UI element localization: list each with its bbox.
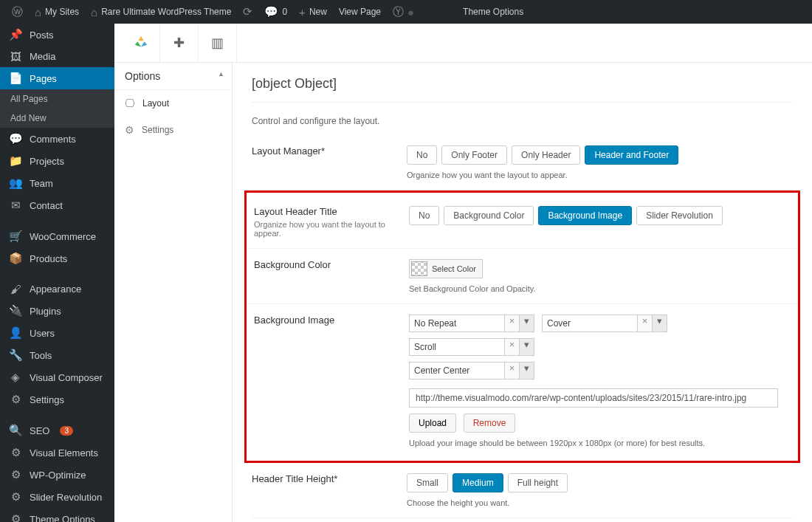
panel-subtitle: Control and configure the layout. xyxy=(252,116,793,126)
submenu-all_pages[interactable]: All Pages xyxy=(0,89,114,109)
menu-icon: 📁 xyxy=(9,154,22,168)
menu-label: Settings xyxy=(30,394,64,405)
select-color-button[interactable]: Select Color xyxy=(409,259,483,278)
menu-icon: 🔍 xyxy=(9,424,22,437)
tab-layout[interactable]: 🖵Layout xyxy=(114,90,232,117)
new-link[interactable]: +New xyxy=(293,0,333,24)
menu-label: WP-Optimize xyxy=(30,470,86,481)
bg-select-2[interactable]: Scroll xyxy=(409,338,505,356)
menu-label: Products xyxy=(30,253,67,264)
option-no[interactable]: No xyxy=(407,145,437,165)
bg-select-3[interactable]: Center Center xyxy=(409,362,505,380)
menu-label: Visual Composer xyxy=(30,372,103,383)
sidebar-item-plugins[interactable]: 🔌Plugins xyxy=(0,300,114,322)
menu-label: Slider Revolution xyxy=(30,492,102,503)
menu-label: Comments xyxy=(30,134,76,145)
menu-label: WooCommerce xyxy=(30,231,96,242)
sidebar-item-contact[interactable]: ✉Contact xyxy=(0,194,114,216)
sidebar-item-settings[interactable]: ⚙Settings xyxy=(0,388,114,411)
clear-icon[interactable]: × xyxy=(505,338,520,356)
option-small[interactable]: Small xyxy=(407,473,448,492)
comments-link[interactable]: 💬0 xyxy=(258,0,293,24)
bg-image-label: Background Image xyxy=(254,315,409,447)
sidebar-item-wp-optimize[interactable]: ⚙WP-Optimize xyxy=(0,464,114,486)
option-only-header[interactable]: Only Header xyxy=(512,145,580,165)
menu-icon: ⚙ xyxy=(9,490,22,504)
option-full-height[interactable]: Full height xyxy=(508,473,568,492)
menu-label: Visual Elements xyxy=(30,447,98,459)
layout-manager-label: Layout Manager* xyxy=(252,145,407,179)
menu-icon: 👥 xyxy=(9,176,22,190)
sidebar-item-visual-elements[interactable]: ⚙Visual Elements xyxy=(0,442,114,464)
bg-select-1[interactable]: Cover xyxy=(542,315,638,332)
menu-icon: 🖌 xyxy=(9,283,22,295)
options-header[interactable]: Options xyxy=(114,63,232,90)
wp-logo[interactable]: ⓦ xyxy=(6,0,29,24)
clear-icon[interactable]: × xyxy=(505,362,520,380)
vc-logo-icon[interactable] xyxy=(122,24,160,62)
clear-icon[interactable]: × xyxy=(505,315,520,332)
menu-icon: ◈ xyxy=(9,371,22,384)
sidebar-item-slider-revolution[interactable]: ⚙Slider Revolution xyxy=(0,486,114,508)
badge: 3 xyxy=(60,426,73,436)
chevron-down-icon[interactable]: ▾ xyxy=(520,315,534,332)
option-only-footer[interactable]: Only Footer xyxy=(441,145,507,165)
menu-label: Team xyxy=(30,178,53,189)
view-page[interactable]: View Page xyxy=(333,0,387,24)
menu-label: SEO xyxy=(30,425,49,436)
add-element-icon[interactable]: ✚ xyxy=(160,24,199,62)
theme-options-top[interactable]: Theme Options xyxy=(457,0,529,24)
template-icon[interactable]: ▥ xyxy=(199,24,237,62)
sidebar-item-tools[interactable]: 🔧Tools xyxy=(0,344,114,366)
refresh-icon[interactable]: ⟳ xyxy=(237,0,258,24)
sidebar-item-projects[interactable]: 📁Projects xyxy=(0,150,114,172)
my-sites[interactable]: ⌂My Sites xyxy=(29,0,85,24)
chevron-down-icon[interactable]: ▾ xyxy=(520,362,534,380)
sidebar-item-media[interactable]: 🖼Media xyxy=(0,46,114,67)
chevron-down-icon[interactable]: ▾ xyxy=(520,338,534,356)
menu-icon: 🔌 xyxy=(9,304,22,317)
sidebar-item-woocommerce[interactable]: 🛒WooCommerce xyxy=(0,225,114,247)
option-header-and-footer[interactable]: Header and Footer xyxy=(585,145,678,165)
remove-button[interactable]: Remove xyxy=(464,413,516,433)
tab-settings[interactable]: ⚙Settings xyxy=(114,117,232,143)
menu-icon: 📦 xyxy=(9,252,22,265)
sidebar-item-team[interactable]: 👥Team xyxy=(0,172,114,194)
menu-label: Plugins xyxy=(30,306,61,317)
menu-label: Users xyxy=(30,328,55,339)
sidebar-item-comments[interactable]: 💬Comments xyxy=(0,128,114,150)
menu-icon: ⚙ xyxy=(9,512,22,522)
sidebar-item-posts[interactable]: 📌Posts xyxy=(0,24,114,46)
option-no[interactable]: No xyxy=(409,206,439,225)
option-slider-revolution[interactable]: Slider Revolution xyxy=(636,206,723,225)
option-medium[interactable]: Medium xyxy=(453,473,503,492)
menu-label: Contact xyxy=(30,200,63,211)
sidebar-item-seo[interactable]: 🔍SEO3 xyxy=(0,419,114,442)
bg-image-url[interactable] xyxy=(409,388,778,408)
menu-label: Tools xyxy=(30,350,52,361)
menu-label: Appearance xyxy=(30,284,81,295)
option-background-color[interactable]: Background Color xyxy=(444,206,534,225)
menu-icon: ✉ xyxy=(9,199,22,212)
bg-select-0[interactable]: No Repeat xyxy=(409,315,505,332)
submenu-add_new[interactable]: Add New xyxy=(0,109,114,128)
option-background-image[interactable]: Background Image xyxy=(538,206,632,225)
chevron-down-icon[interactable]: ▾ xyxy=(653,315,667,332)
sidebar-item-visual-composer[interactable]: ◈Visual Composer xyxy=(0,366,114,388)
panel-title: [object Object] xyxy=(252,76,793,92)
sidebar-item-pages[interactable]: 📄Pages xyxy=(0,67,114,89)
clear-icon[interactable]: × xyxy=(638,315,653,332)
upload-button[interactable]: Upload xyxy=(409,413,456,433)
site-name[interactable]: ⌂Rare Ultimate WordPress Theme xyxy=(85,0,237,24)
menu-icon: 🖼 xyxy=(9,50,22,63)
menu-icon: 🔧 xyxy=(9,348,22,362)
yoast-icon[interactable]: Ⓨ● xyxy=(387,0,420,24)
menu-label: Posts xyxy=(30,30,54,41)
sidebar-item-appearance[interactable]: 🖌Appearance xyxy=(0,278,114,300)
header-height-label: Header Title Height* xyxy=(252,473,407,507)
menu-label: Projects xyxy=(30,156,64,167)
sidebar-item-theme-options[interactable]: ⚙Theme Options xyxy=(0,508,114,522)
bg-color-label: Background Color xyxy=(254,259,409,293)
sidebar-item-products[interactable]: 📦Products xyxy=(0,247,114,269)
sidebar-item-users[interactable]: 👤Users xyxy=(0,322,114,344)
